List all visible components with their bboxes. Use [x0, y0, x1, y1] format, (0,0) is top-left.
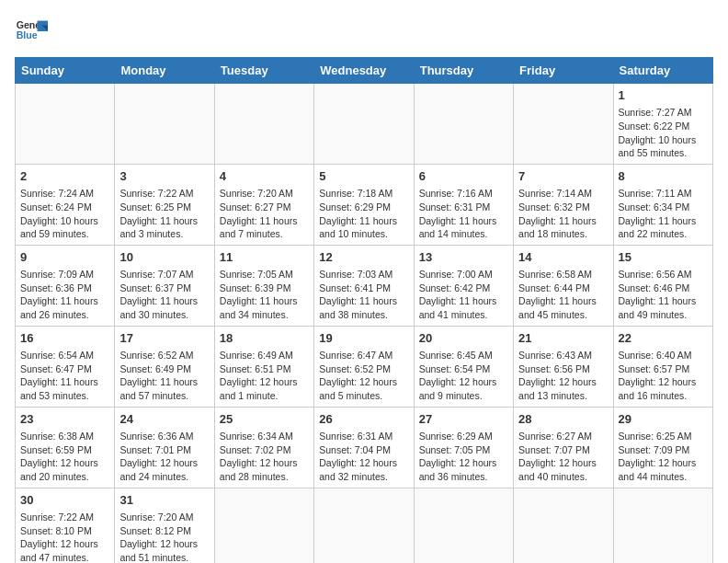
day-info: Sunrise: 6:27 AMSunset: 7:07 PMDaylight:…	[518, 430, 608, 484]
day-info: Sunrise: 7:24 AMSunset: 6:24 PMDaylight:…	[20, 187, 109, 241]
day-info: Sunrise: 6:52 AMSunset: 6:49 PMDaylight:…	[119, 349, 209, 403]
day-number: 10	[119, 249, 209, 266]
calendar-week-2: 2Sunrise: 7:24 AMSunset: 6:24 PMDaylight…	[16, 164, 713, 245]
day-info: Sunrise: 7:11 AMSunset: 6:34 PMDaylight:…	[619, 187, 708, 241]
calendar-cell: 20Sunrise: 6:45 AMSunset: 6:54 PMDayligh…	[414, 326, 513, 407]
calendar-cell: 25Sunrise: 6:34 AMSunset: 7:02 PMDayligh…	[214, 407, 313, 488]
day-number: 20	[419, 330, 508, 347]
day-info: Sunrise: 6:29 AMSunset: 7:05 PMDaylight:…	[419, 430, 508, 484]
calendar-header: SundayMondayTuesdayWednesdayThursdayFrid…	[16, 58, 713, 84]
day-number: 22	[619, 330, 708, 347]
day-number: 21	[518, 330, 608, 347]
calendar-cell: 2Sunrise: 7:24 AMSunset: 6:24 PMDaylight…	[16, 164, 115, 245]
calendar-cell: 7Sunrise: 7:14 AMSunset: 6:32 PMDaylight…	[514, 164, 613, 245]
calendar-cell: 26Sunrise: 6:31 AMSunset: 7:04 PMDayligh…	[314, 407, 414, 488]
calendar-cell: 11Sunrise: 7:05 AMSunset: 6:39 PMDayligh…	[214, 245, 313, 326]
day-number: 15	[619, 249, 708, 266]
calendar-cell: 18Sunrise: 6:49 AMSunset: 6:51 PMDayligh…	[214, 326, 313, 407]
day-info: Sunrise: 6:40 AMSunset: 6:57 PMDaylight:…	[619, 349, 708, 403]
day-info: Sunrise: 7:20 AMSunset: 6:27 PMDaylight:…	[220, 187, 309, 241]
day-info: Sunrise: 7:22 AMSunset: 8:10 PMDaylight:…	[20, 511, 109, 563]
calendar-week-5: 23Sunrise: 6:38 AMSunset: 6:59 PMDayligh…	[16, 407, 713, 488]
day-info: Sunrise: 7:05 AMSunset: 6:39 PMDaylight:…	[220, 268, 309, 322]
day-number: 31	[119, 492, 209, 509]
day-info: Sunrise: 6:47 AMSunset: 6:52 PMDaylight:…	[319, 349, 408, 403]
calendar-cell: 24Sunrise: 6:36 AMSunset: 7:01 PMDayligh…	[115, 407, 214, 488]
calendar-week-4: 16Sunrise: 6:54 AMSunset: 6:47 PMDayligh…	[16, 326, 713, 407]
calendar-cell: 1Sunrise: 7:27 AMSunset: 6:22 PMDaylight…	[613, 84, 712, 165]
day-number: 3	[119, 168, 209, 185]
calendar-cell	[414, 488, 513, 563]
day-number: 9	[20, 249, 109, 266]
day-info: Sunrise: 7:27 AMSunset: 6:22 PMDaylight:…	[619, 106, 708, 160]
day-info: Sunrise: 6:43 AMSunset: 6:56 PMDaylight:…	[518, 349, 608, 403]
calendar-week-1: 1Sunrise: 7:27 AMSunset: 6:22 PMDaylight…	[16, 84, 713, 165]
calendar-cell: 23Sunrise: 6:38 AMSunset: 6:59 PMDayligh…	[16, 407, 115, 488]
calendar-cell: 9Sunrise: 7:09 AMSunset: 6:36 PMDaylight…	[16, 245, 115, 326]
day-info: Sunrise: 7:20 AMSunset: 8:12 PMDaylight:…	[119, 511, 209, 563]
calendar-week-6: 30Sunrise: 7:22 AMSunset: 8:10 PMDayligh…	[16, 488, 713, 563]
day-info: Sunrise: 7:00 AMSunset: 6:42 PMDaylight:…	[419, 268, 508, 322]
day-number: 19	[319, 330, 408, 347]
header-day-friday: Friday	[514, 58, 613, 84]
day-info: Sunrise: 6:34 AMSunset: 7:02 PMDaylight:…	[220, 430, 309, 484]
day-number: 26	[319, 411, 408, 428]
day-number: 18	[220, 330, 309, 347]
header-day-sunday: Sunday	[16, 58, 115, 84]
day-number: 25	[220, 411, 309, 428]
day-number: 27	[419, 411, 508, 428]
day-number: 28	[518, 411, 608, 428]
calendar-cell: 31Sunrise: 7:20 AMSunset: 8:12 PMDayligh…	[115, 488, 214, 563]
day-info: Sunrise: 6:36 AMSunset: 7:01 PMDaylight:…	[119, 430, 209, 484]
day-number: 16	[20, 330, 109, 347]
day-info: Sunrise: 7:07 AMSunset: 6:37 PMDaylight:…	[119, 268, 209, 322]
day-number: 17	[119, 330, 209, 347]
header-day-tuesday: Tuesday	[214, 58, 313, 84]
svg-text:Blue: Blue	[17, 29, 38, 40]
calendar-cell	[414, 84, 513, 165]
calendar-cell: 29Sunrise: 6:25 AMSunset: 7:09 PMDayligh…	[613, 407, 712, 488]
calendar-cell: 22Sunrise: 6:40 AMSunset: 6:57 PMDayligh…	[613, 326, 712, 407]
day-number: 4	[220, 168, 309, 185]
calendar-cell	[613, 488, 712, 563]
calendar-week-3: 9Sunrise: 7:09 AMSunset: 6:36 PMDaylight…	[16, 245, 713, 326]
calendar-cell	[115, 84, 214, 165]
header-row: SundayMondayTuesdayWednesdayThursdayFrid…	[16, 58, 713, 84]
calendar-cell	[514, 488, 613, 563]
header-day-saturday: Saturday	[613, 58, 712, 84]
day-number: 30	[20, 492, 109, 509]
calendar-cell: 5Sunrise: 7:18 AMSunset: 6:29 PMDaylight…	[314, 164, 414, 245]
day-info: Sunrise: 6:56 AMSunset: 6:46 PMDaylight:…	[619, 268, 708, 322]
day-number: 14	[518, 249, 608, 266]
calendar-cell: 16Sunrise: 6:54 AMSunset: 6:47 PMDayligh…	[16, 326, 115, 407]
calendar-cell: 21Sunrise: 6:43 AMSunset: 6:56 PMDayligh…	[514, 326, 613, 407]
calendar-cell: 28Sunrise: 6:27 AMSunset: 7:07 PMDayligh…	[514, 407, 613, 488]
calendar-cell: 8Sunrise: 7:11 AMSunset: 6:34 PMDaylight…	[613, 164, 712, 245]
day-number: 12	[319, 249, 408, 266]
calendar-cell	[314, 84, 414, 165]
day-info: Sunrise: 7:09 AMSunset: 6:36 PMDaylight:…	[20, 268, 109, 322]
calendar-cell: 17Sunrise: 6:52 AMSunset: 6:49 PMDayligh…	[115, 326, 214, 407]
calendar-cell	[514, 84, 613, 165]
day-number: 6	[419, 168, 508, 185]
day-number: 5	[319, 168, 408, 185]
calendar-cell	[16, 84, 115, 165]
day-info: Sunrise: 7:14 AMSunset: 6:32 PMDaylight:…	[518, 187, 608, 241]
calendar-cell	[214, 84, 313, 165]
calendar-cell	[314, 488, 414, 563]
day-number: 11	[220, 249, 309, 266]
day-number: 29	[619, 411, 708, 428]
logo-icon: General Blue	[15, 15, 48, 48]
calendar-table: SundayMondayTuesdayWednesdayThursdayFrid…	[15, 57, 713, 563]
calendar-cell: 27Sunrise: 6:29 AMSunset: 7:05 PMDayligh…	[414, 407, 513, 488]
day-info: Sunrise: 6:25 AMSunset: 7:09 PMDaylight:…	[619, 430, 708, 484]
calendar-cell: 14Sunrise: 6:58 AMSunset: 6:44 PMDayligh…	[514, 245, 613, 326]
calendar-cell: 10Sunrise: 7:07 AMSunset: 6:37 PMDayligh…	[115, 245, 214, 326]
header: General Blue	[15, 15, 713, 48]
day-number: 24	[119, 411, 209, 428]
calendar-cell: 19Sunrise: 6:47 AMSunset: 6:52 PMDayligh…	[314, 326, 414, 407]
day-number: 23	[20, 411, 109, 428]
calendar-cell	[214, 488, 313, 563]
calendar-body: 1Sunrise: 7:27 AMSunset: 6:22 PMDaylight…	[16, 84, 713, 564]
day-info: Sunrise: 6:58 AMSunset: 6:44 PMDaylight:…	[518, 268, 608, 322]
